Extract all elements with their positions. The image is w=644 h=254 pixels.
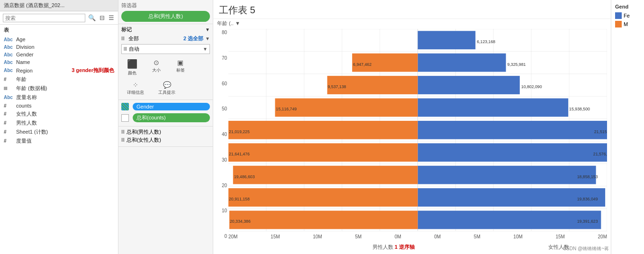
search-input[interactable]	[3, 14, 85, 22]
field-sheet1-count[interactable]: # Sheet1 (计数)	[0, 127, 118, 136]
size-btn[interactable]: ⊙ 大小	[145, 59, 167, 76]
datasource-title[interactable]: 酒店数据 (酒店数据_202...	[0, 0, 118, 11]
field-region[interactable]: Abc Region 3 gender拖到颜色	[0, 66, 118, 75]
pill-container: Gender 总和(counts)	[118, 100, 213, 127]
field-type-abc5: Abc	[4, 68, 14, 73]
field-name-gender: Gender	[16, 52, 114, 57]
y-axis-label[interactable]: 年龄 (.. ▼	[217, 20, 240, 26]
label-male-30: 21,641,476	[229, 152, 250, 156]
filter-section: 筛选器 总和(男性人数)	[118, 0, 213, 24]
filter-male-btn[interactable]: 总和(男性人数)	[121, 11, 210, 22]
field-age-dim[interactable]: # 年龄	[0, 75, 118, 84]
field-name-age: Age	[16, 36, 114, 42]
middle-panel: 筛选器 总和(男性人数) 标记 ▼ lll 全部 2 选全部 ▼ lll 自动 …	[118, 0, 213, 254]
field-name-female-count: 女性人数	[16, 110, 114, 118]
field-female-count[interactable]: # 女性人数	[0, 109, 118, 118]
field-type-hash6: #	[4, 138, 14, 144]
view-icon[interactable]: ☰	[108, 13, 115, 22]
field-name-counts: counts	[16, 103, 114, 109]
color-btn[interactable]: ⬛ 颜色	[121, 59, 143, 76]
field-type-hash5: #	[4, 129, 14, 135]
size-icon: ⊙	[154, 59, 159, 66]
auto-row[interactable]: lll 自动 ▼	[121, 44, 210, 54]
field-counts[interactable]: # counts	[0, 102, 118, 109]
y-40: 40	[217, 132, 227, 137]
field-type-abc4: Abc	[4, 60, 14, 65]
tag-icon: ▣	[177, 59, 183, 66]
search-icon[interactable]: 🔍	[87, 13, 97, 22]
field-type-hash4: #	[4, 120, 14, 126]
tick-5m-left: 5M	[355, 234, 362, 243]
tick-5m-right: 5M	[474, 234, 481, 243]
label-female-50: 15,938,500	[569, 107, 590, 111]
pill-counts-icon	[121, 114, 129, 122]
rows-section: lll 总和(男性人数) lll 总和(女性人数)	[118, 127, 213, 147]
pill-gender[interactable]: Gender	[133, 103, 210, 110]
bars-container: 6,123,168 9,325,981 6,947,462 10,802,090…	[228, 29, 607, 252]
tooltip-btn[interactable]: 💬 工具提示	[153, 81, 181, 96]
field-name-age-bucket: 年龄 (数据桶)	[16, 85, 114, 92]
field-gender[interactable]: Abc Gender	[0, 51, 118, 58]
y-50: 50	[217, 106, 227, 111]
x-axis-labels: 男性人数 1 逆序轴 女性人数	[228, 243, 607, 252]
field-measure-name[interactable]: Abc 度量名称	[0, 93, 118, 102]
marks-dropdown-arrow: ▼	[205, 27, 210, 32]
tick-10m-right: 10M	[513, 234, 522, 243]
pill-row-counts: 总和(counts)	[119, 112, 212, 123]
table-label: 表	[0, 25, 118, 36]
label-female-10: 19,836,049	[577, 197, 598, 201]
auto-label: 自动	[129, 45, 203, 53]
label-female-80: 6,123,168	[477, 39, 495, 44]
detail-btn[interactable]: ⁘ 详细信息	[121, 81, 150, 96]
bar-female-0	[418, 211, 601, 229]
bar-female-50	[418, 99, 569, 117]
filter-icon[interactable]: ⊟	[99, 13, 106, 22]
filter-label: 筛选器	[121, 2, 210, 9]
field-type-chart1: lll	[4, 86, 14, 91]
field-measure-value[interactable]: # 度量值	[0, 136, 118, 145]
tick-15m-right: 15M	[555, 234, 564, 243]
field-type-abc: Abc	[4, 37, 14, 42]
bar-male-40	[228, 121, 418, 139]
field-name[interactable]: Abc Name	[0, 58, 118, 66]
y-0: 0	[217, 234, 227, 239]
pill-gender-icon	[121, 103, 129, 110]
field-type-abc2: Abc	[4, 45, 14, 50]
field-age[interactable]: Abc Age	[0, 36, 118, 43]
marks-header: 标记 ▼	[121, 26, 210, 33]
marks-icons-row: ⬛ 颜色 ⊙ 大小 ▣ 标签	[121, 56, 210, 79]
label-female-30: 21,576,981	[593, 152, 607, 156]
field-age-bucket[interactable]: lll 年龄 (数据桶)	[0, 84, 118, 93]
size-label: 大小	[152, 67, 161, 73]
legend-title: Gend	[615, 4, 640, 9]
detail-label: 详细信息	[127, 90, 144, 96]
bar-female-80	[418, 31, 476, 49]
tick-0m-right: 0M	[434, 234, 441, 243]
legend-male: M	[615, 21, 640, 27]
field-list: Abc Age Abc Division Abc Gender Abc Name…	[0, 36, 118, 254]
bar-male-20	[233, 166, 418, 184]
legend-panel: Gend Fe M	[611, 0, 644, 254]
color-label: 颜色	[128, 70, 136, 76]
search-bar: 🔍 ⊟ ☰	[0, 11, 118, 25]
y-30: 30	[217, 157, 227, 163]
tick-20m-right: 20M	[598, 234, 607, 243]
label-female-40: 21,515,928	[594, 129, 607, 134]
bar-female-60	[418, 76, 520, 94]
field-male-count[interactable]: # 男性人数	[0, 118, 118, 127]
field-division[interactable]: Abc Division	[0, 43, 118, 51]
pill-counts[interactable]: 总和(counts)	[133, 113, 210, 122]
field-name-measure-name: 度量名称	[16, 94, 114, 101]
label-male-0: 20,334,386	[230, 219, 251, 224]
field-name-division: Division	[16, 44, 114, 50]
x-axis-ticks: 20M 15M 10M 5M 0M 0M 5M 10M 15M 20M	[228, 233, 607, 243]
bar-female-70	[418, 54, 506, 72]
bar-male-10	[228, 188, 418, 207]
tag-btn[interactable]: ▣ 标签	[170, 59, 191, 76]
row1-label[interactable]: 总和(男性人数)	[127, 128, 161, 136]
row2-label[interactable]: 总和(女性人数)	[127, 136, 161, 144]
field-name-name: Name	[16, 59, 114, 65]
marks-all-label: 全部	[127, 35, 181, 42]
bar-male-30	[228, 143, 418, 162]
label-female-60: 10,802,090	[521, 84, 542, 89]
